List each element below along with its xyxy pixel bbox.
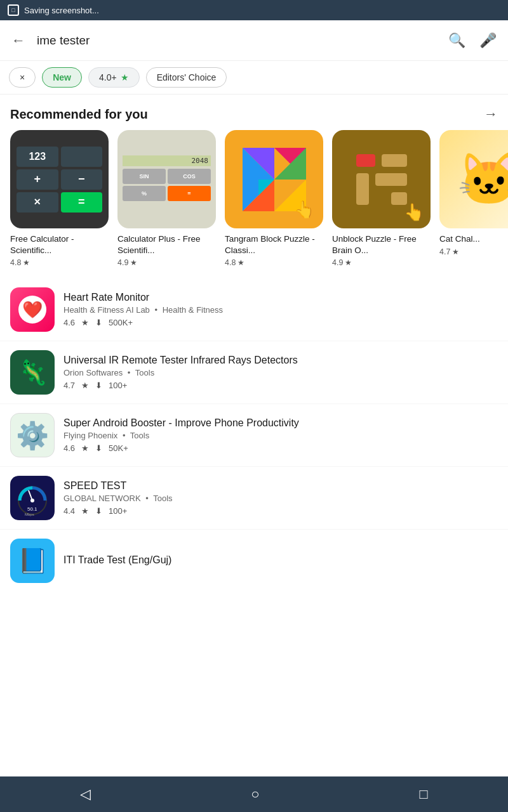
back-button[interactable]: ← <box>9 30 28 51</box>
star-icon: ★ <box>81 506 89 516</box>
app-card-unblock[interactable]: 👆 Unblock Puzzle - Free Brain O... 4.9 ★ <box>332 130 431 267</box>
horizontal-app-list: 123 + − × = Free Calculator - Scientific… <box>0 130 508 278</box>
app-name-unblock: Unblock Puzzle - Free Brain O... <box>332 233 431 256</box>
section-header: Recommended for you → <box>0 95 508 130</box>
list-item-booster[interactable]: ⚙️ Super Android Booster - Improve Phone… <box>0 404 508 467</box>
svg-rect-11 <box>375 173 407 186</box>
calc2-row1: SIN COS <box>123 169 211 184</box>
app-icon-booster: ⚙️ <box>10 413 55 457</box>
rating-star-icon: ★ <box>121 72 129 82</box>
app-info-hrm: Heart Rate Monitor Health & Fitness AI L… <box>64 292 498 327</box>
svg-rect-8 <box>356 154 375 167</box>
star-icon: ★ <box>237 258 244 267</box>
app-stats-speed: 4.4 ★ ⬇ 100+ <box>64 506 498 516</box>
app-icon-tangram: 👆 <box>225 130 323 228</box>
app-meta-hrm: Health & Fitness AI Lab • Health & Fitne… <box>64 305 498 315</box>
list-item-speed[interactable]: 50.1 Mbps SPEED TEST GLOBAL NETWORK • To… <box>0 467 508 530</box>
svg-rect-10 <box>356 173 369 205</box>
app-icon-free-calc: 123 + − × = <box>10 130 109 228</box>
star-icon: ★ <box>81 318 89 327</box>
app-card-calc-plus[interactable]: 2048 SIN COS % = Calculator Plus - Free … <box>117 130 216 267</box>
search-input[interactable] <box>37 34 437 48</box>
app-name-tangram: Tangram Block Puzzle - Classi... <box>225 233 323 256</box>
download-icon: ⬇ <box>95 318 102 327</box>
rating-value: 4.8 <box>225 258 236 267</box>
app-icon-speed: 50.1 Mbps <box>10 476 55 520</box>
star-icon: ★ <box>345 258 352 267</box>
search-icon[interactable]: 🔍 <box>446 30 468 51</box>
calc2-display: 2048 <box>123 155 211 166</box>
app-stats-hrm: 4.6 ★ ⬇ 500K+ <box>64 318 498 327</box>
download-icon: ⬇ <box>95 506 102 516</box>
editors-chip[interactable]: Editors' Choice <box>146 67 227 88</box>
list-item-hrm[interactable]: ❤️ Heart Rate Monitor Health & Fitness A… <box>0 278 508 341</box>
app-rating-free-calc: 4.8 ★ <box>10 258 109 267</box>
app-stats-booster: 4.6 ★ ⬇ 50K+ <box>64 443 498 453</box>
rating-chip-label: 4.0+ <box>99 72 117 82</box>
svg-text:50.1: 50.1 <box>27 506 37 512</box>
app-meta-speed: GLOBAL NETWORK • Tools <box>64 494 498 503</box>
nav-bar: ◁ ○ □ <box>0 776 508 812</box>
rating-value: 4.8 <box>10 258 21 267</box>
app-info-speed: SPEED TEST GLOBAL NETWORK • Tools 4.4 ★ … <box>64 480 498 516</box>
app-icon-unblock: 👆 <box>332 130 431 228</box>
app-rating-cat: 4.7 ★ <box>439 247 508 256</box>
app-icon-hrm: ❤️ <box>10 287 55 332</box>
download-icon: ⬇ <box>95 443 102 453</box>
rating-value: 4.9 <box>332 258 343 267</box>
app-rating-calc-plus: 4.9 ★ <box>117 258 216 267</box>
app-meta-ir: Orion Softwares • Tools <box>64 368 498 377</box>
app-info-iti: ITI Trade Test (Eng/Guj) <box>64 554 498 568</box>
app-icon-ir: 🦎 <box>10 350 55 395</box>
main-content: Recommended for you → 123 + − × = Free C… <box>0 95 508 627</box>
rating-value: 4.9 <box>117 258 128 267</box>
app-rating-unblock: 4.9 ★ <box>332 258 431 267</box>
svg-rect-9 <box>382 154 407 167</box>
app-icon-calc-plus: 2048 SIN COS % = <box>117 130 216 228</box>
app-meta-booster: Flying Phoenix • Tools <box>64 431 498 440</box>
clear-icon: × <box>20 72 25 82</box>
clear-chip[interactable]: × <box>9 67 36 88</box>
app-icon-cat: 🐱 <box>439 130 508 228</box>
app-name-booster: Super Android Booster - Improve Phone Pr… <box>64 417 498 429</box>
app-icon-iti: 📘 <box>10 539 55 583</box>
app-card-cat[interactable]: 🐱 Cat Chal... 4.7 ★ <box>439 130 508 267</box>
back-nav-button[interactable]: ◁ <box>65 781 106 808</box>
mic-icon[interactable]: 🎤 <box>477 30 499 51</box>
app-name-calc-plus: Calculator Plus - Free Scientifi... <box>117 233 216 256</box>
app-info-booster: Super Android Booster - Improve Phone Pr… <box>64 417 498 453</box>
svg-text:Mbps: Mbps <box>25 513 34 516</box>
filter-chips: × New 4.0+ ★ Editors' Choice <box>0 61 508 95</box>
home-nav-button[interactable]: ○ <box>236 781 274 808</box>
section-arrow[interactable]: → <box>484 106 498 122</box>
section-title: Recommended for you <box>10 107 148 122</box>
app-info-ir: Universal IR Remote Tester Infrared Rays… <box>64 355 498 390</box>
app-card-free-calc[interactable]: 123 + − × = Free Calculator - Scientific… <box>10 130 109 267</box>
app-name-free-calc: Free Calculator - Scientific... <box>10 233 109 256</box>
rating-value: 4.7 <box>439 247 450 256</box>
new-chip-label: New <box>53 72 71 82</box>
app-rating-tangram: 4.8 ★ <box>225 258 323 267</box>
editors-chip-label: Editors' Choice <box>157 72 217 82</box>
app-name-ir: Universal IR Remote Tester Infrared Rays… <box>64 355 498 366</box>
list-item-ir[interactable]: 🦎 Universal IR Remote Tester Infrared Ra… <box>0 341 508 404</box>
star-icon: ★ <box>130 258 137 267</box>
star-icon: ★ <box>23 258 30 267</box>
calc2-row2: % = <box>123 186 211 201</box>
star-icon: ★ <box>81 381 89 390</box>
download-icon: ⬇ <box>95 381 102 390</box>
status-text: Saving screenshot... <box>24 6 99 15</box>
svg-point-15 <box>30 499 34 502</box>
app-name-iti: ITI Trade Test (Eng/Guj) <box>64 554 498 566</box>
list-item-iti[interactable]: 📘 ITI Trade Test (Eng/Guj) <box>0 530 508 592</box>
recent-nav-button[interactable]: □ <box>404 781 443 808</box>
star-icon: ★ <box>81 443 89 453</box>
status-bar: □ Saving screenshot... <box>0 0 508 20</box>
app-name-cat: Cat Chal... <box>439 233 508 245</box>
rating-chip[interactable]: 4.0+ ★ <box>88 67 140 88</box>
new-chip[interactable]: New <box>42 67 82 88</box>
search-bar: ← 🔍 🎤 <box>0 20 508 61</box>
app-card-tangram[interactable]: 👆 Tangram Block Puzzle - Classi... 4.8 ★ <box>225 130 323 267</box>
star-icon: ★ <box>452 247 459 256</box>
app-stats-ir: 4.7 ★ ⬇ 100+ <box>64 381 498 390</box>
